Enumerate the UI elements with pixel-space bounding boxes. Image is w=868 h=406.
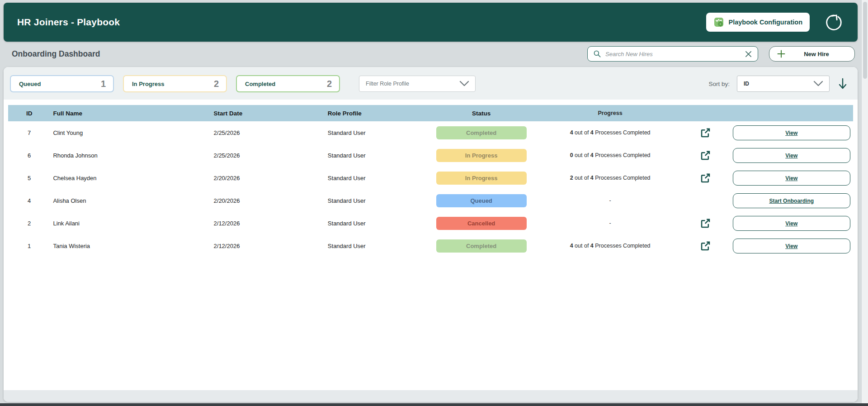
action-button-label: Start Onboarding: [769, 198, 814, 204]
refresh-button[interactable]: [823, 11, 844, 33]
view-button[interactable]: View: [733, 148, 850, 163]
cell-id: 6: [8, 152, 50, 159]
app-window: HR Joiners - Playbook: [0, 0, 861, 402]
status-badge: In Progress: [436, 172, 527, 185]
cell-action: View: [726, 171, 853, 186]
table-row: 7Clint Young2/25/2026Standard UserComple…: [8, 121, 853, 144]
open-record-button[interactable]: [699, 172, 711, 184]
status-badge: Completed: [436, 239, 527, 253]
role-profile-filter-dropdown[interactable]: Filter Role Profile: [359, 76, 476, 92]
cell-id: 7: [8, 129, 50, 136]
new-hires-table: ID Full Name Start Date Role Profile Sta…: [4, 100, 858, 390]
view-button[interactable]: View: [733, 171, 850, 186]
column-header-status: Status: [426, 110, 536, 117]
search-icon: [593, 50, 601, 58]
cell-start-date: 2/20/2026: [211, 175, 325, 182]
cell-full-name: Clint Young: [50, 129, 211, 136]
chevron-down-icon: [459, 80, 470, 87]
table-row: 1Tania Wisteria2/12/2026Standard UserCom…: [8, 234, 853, 257]
dashboard-card: Queued 1 In Progress 2 Completed 2 Filte…: [4, 67, 858, 402]
table-body: 7Clint Young2/25/2026Standard UserComple…: [8, 121, 853, 257]
search-input[interactable]: [605, 51, 741, 57]
filter-chip-completed[interactable]: Completed 2: [236, 75, 340, 92]
playbook-configuration-button[interactable]: Playbook Configuration: [706, 13, 810, 32]
table-row: 4Alisha Olsen2/20/2026Standard UserQueue…: [8, 189, 853, 212]
cell-action: View: [726, 239, 853, 253]
cell-open-record: [684, 127, 726, 139]
cell-role-profile: Standard User: [325, 220, 426, 227]
cell-status: Completed: [426, 126, 536, 139]
toolbar-actions: New Hire: [587, 46, 855, 62]
cell-id: 1: [8, 243, 50, 249]
chip-label: In Progress: [132, 81, 165, 87]
action-button-label: View: [785, 175, 797, 182]
table-row: 2Link Ailani2/12/2026Standard UserCancel…: [8, 212, 853, 234]
external-link-icon: [699, 127, 711, 139]
cell-full-name: Rhonda Johnson: [50, 152, 211, 159]
cell-action: View: [726, 216, 853, 231]
open-record-button[interactable]: [699, 127, 711, 139]
cell-status: Cancelled: [426, 217, 536, 230]
cell-progress: 4 out of 4 Processes Completed: [536, 129, 684, 136]
sort-field-dropdown[interactable]: ID: [737, 76, 830, 92]
window-bottom-edge: [0, 403, 868, 406]
header-actions: Playbook Configuration: [706, 11, 844, 33]
action-button-label: View: [785, 153, 797, 159]
plus-icon: [777, 49, 786, 58]
open-record-button[interactable]: [699, 240, 711, 252]
cell-start-date: 2/20/2026: [211, 197, 325, 204]
cell-progress: -: [536, 197, 684, 204]
cell-open-record: [684, 240, 726, 252]
cell-status: In Progress: [426, 149, 536, 162]
filter-chip-queued[interactable]: Queued 1: [10, 75, 114, 92]
sort-field-value: ID: [744, 81, 813, 87]
vertical-scrollbar[interactable]: [861, 0, 868, 403]
app-header: HR Joiners - Playbook: [4, 3, 858, 42]
view-button[interactable]: View: [733, 239, 850, 253]
cell-open-record: [684, 217, 726, 229]
chip-count: 2: [327, 79, 332, 89]
open-record-button[interactable]: [699, 149, 711, 162]
sort-by-label: Sort by:: [708, 81, 730, 87]
sort-direction-button[interactable]: [838, 77, 848, 90]
new-hire-label: New Hire: [786, 51, 847, 57]
app-title: HR Joiners - Playbook: [17, 17, 120, 28]
search-clear-button[interactable]: [745, 50, 752, 58]
cell-progress: -: [536, 220, 684, 226]
cell-full-name: Link Ailani: [50, 220, 211, 227]
cell-action: Start Onboarding: [726, 193, 853, 208]
status-badge: Completed: [436, 126, 527, 139]
filter-chip-in-progress[interactable]: In Progress 2: [123, 75, 227, 92]
role-filter-placeholder: Filter Role Profile: [366, 81, 459, 87]
cell-role-profile: Standard User: [325, 197, 426, 204]
card-footer: [4, 390, 858, 402]
cell-role-profile: Standard User: [325, 152, 426, 159]
cell-status: Queued: [426, 194, 536, 207]
chip-count: 2: [214, 79, 219, 89]
cell-role-profile: Standard User: [325, 175, 426, 182]
cell-id: 5: [8, 175, 50, 182]
chevron-down-icon: [813, 80, 824, 87]
column-header-role: Role Profile: [325, 110, 426, 117]
cell-role-profile: Standard User: [325, 129, 426, 136]
cell-start-date: 2/12/2026: [211, 220, 325, 227]
cell-start-date: 2/25/2026: [211, 152, 325, 159]
cell-id: 4: [8, 197, 50, 204]
refresh-icon: [823, 11, 844, 33]
new-hire-button[interactable]: New Hire: [769, 46, 855, 62]
external-link-icon: [699, 217, 711, 229]
table-row: 5Chelsea Hayden2/20/2026Standard UserIn …: [8, 167, 853, 189]
cell-start-date: 2/12/2026: [211, 243, 325, 249]
external-link-icon: [699, 149, 711, 162]
cell-full-name: Alisha Olsen: [50, 197, 211, 204]
action-button-label: View: [785, 220, 797, 227]
view-button[interactable]: View: [733, 125, 850, 140]
scrollbar-thumb[interactable]: [863, 2, 867, 79]
status-badge: In Progress: [436, 149, 527, 162]
cell-full-name: Tania Wisteria: [50, 243, 211, 249]
chip-label: Queued: [19, 81, 41, 87]
table-row: 6Rhonda Johnson2/25/2026Standard UserIn …: [8, 144, 853, 167]
start-onboarding-button[interactable]: Start Onboarding: [733, 193, 850, 208]
view-button[interactable]: View: [733, 216, 850, 231]
open-record-button[interactable]: [699, 217, 711, 229]
